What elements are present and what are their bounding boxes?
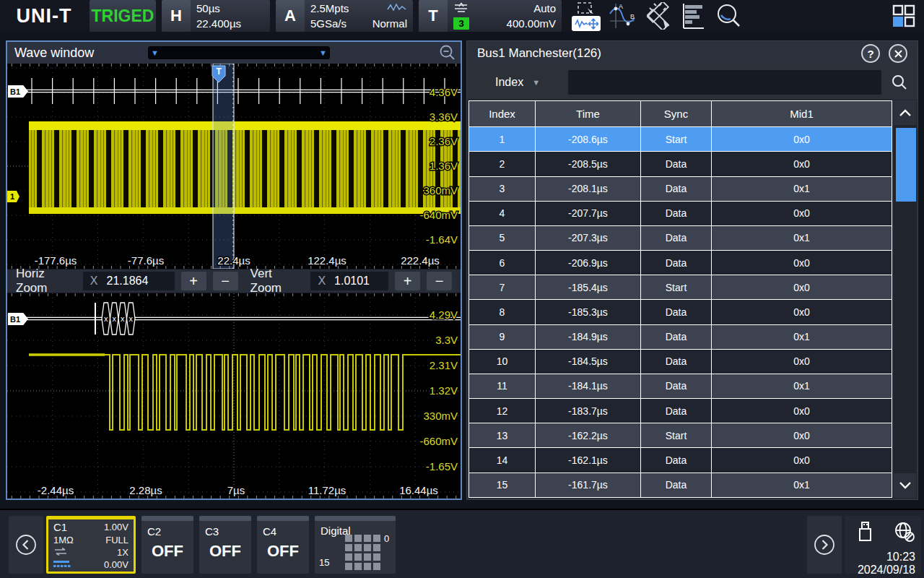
decode-bubble: x: [102, 303, 110, 335]
waveform-minimap[interactable]: ▼ ▼: [148, 46, 330, 59]
ab-cursor-icon[interactable]: A B: [609, 2, 636, 30]
column-header: Index: [469, 101, 536, 127]
channel3-card[interactable]: C3 OFF: [199, 516, 251, 574]
t-label: 2.28µs: [129, 484, 162, 496]
minimap-right-marker-icon[interactable]: ▼: [319, 49, 327, 56]
table-cell: -185.3µs: [536, 300, 641, 324]
close-icon[interactable]: [889, 44, 907, 63]
trigger-settings-button[interactable]: T 3 Auto 400.00mV: [419, 0, 562, 32]
help-icon[interactable]: ?: [861, 44, 880, 63]
card-strip: [315, 516, 396, 521]
filter-dropdown[interactable]: Index ▼: [471, 76, 564, 89]
trigger-flag[interactable]: T: [217, 66, 222, 77]
scroll-down-button[interactable]: [894, 473, 916, 498]
oscilloscope-screen: UNI-T TRIGED H 50µs 22.400µs A 2.5Mpts 5…: [0, 0, 924, 578]
window-layout-button[interactable]: [889, 1, 918, 30]
table-cell: 14: [469, 448, 536, 473]
acquire-mode-value: Normal: [360, 17, 407, 30]
horiz-zoom-plus-button[interactable]: +: [181, 272, 206, 290]
channel4-card[interactable]: C4 OFF: [257, 516, 309, 574]
vert-zoom-value: 1.0101: [334, 275, 370, 288]
decode-bubble: x: [110, 303, 119, 335]
vert-zoom-plus-button[interactable]: +: [395, 272, 420, 290]
horizontal-settings-button[interactable]: H 50µs 22.400µs: [162, 0, 270, 32]
zoom-waveform-display[interactable]: xxxx4.29V3.3V2.31V1.32V330mV-660mV-1.65V…: [7, 293, 461, 499]
system-time: 10:23: [850, 551, 915, 564]
table-cell: 12: [469, 399, 536, 423]
table-scrollbar[interactable]: [894, 100, 916, 498]
table-cell: 0x0: [712, 399, 892, 423]
table-row[interactable]: 4-207.7µsData0x0: [469, 201, 892, 225]
search-input[interactable]: [568, 70, 881, 95]
table-row[interactable]: 6-206.9µsData0x0: [469, 251, 892, 275]
scroll-channels-left-button[interactable]: [9, 516, 43, 574]
table-cell: Data: [641, 324, 712, 349]
scroll-up-button[interactable]: [894, 100, 916, 125]
horiz-zoom-minus-button[interactable]: −: [213, 272, 238, 290]
search-icon[interactable]: [886, 70, 913, 95]
vert-zoom-minus-button[interactable]: −: [427, 272, 452, 290]
region-select-icon[interactable]: [572, 1, 601, 16]
table-cell: -184.1µs: [536, 374, 641, 398]
main-waveform-area[interactable]: T4.36V3.36V2.36V1.36V360mV-640mV-1.64V-1…: [7, 64, 461, 269]
cursor-wave-drag-toggle[interactable]: [572, 0, 601, 32]
brand-logo: UNI-T: [0, 0, 88, 32]
digital-card[interactable]: Digital 0 15: [315, 516, 396, 574]
table-cell: 0x0: [712, 423, 892, 448]
table-row[interactable]: 8-185.3µsData0x0: [469, 300, 892, 324]
table-cell: -207.7µs: [536, 201, 641, 225]
scrollbar-thumb[interactable]: [896, 128, 916, 202]
c1-scale: 1.00V: [104, 522, 128, 532]
zoom-waveform-area[interactable]: xxxx4.29V3.3V2.31V1.32V330mV-660mV-1.65V…: [7, 293, 461, 499]
channel1-card[interactable]: C11.00V 1MΩFULL 1X 0.00V: [46, 516, 136, 574]
table-cell: 0x0: [712, 275, 892, 300]
main-waveform-display[interactable]: T4.36V3.36V2.36V1.36V360mV-640mV-1.64V-1…: [7, 64, 461, 269]
table-row[interactable]: 5-207.3µsData0x1: [469, 225, 892, 250]
table-row[interactable]: 11-184.1µsData0x1: [469, 374, 892, 398]
bus-panel-title: Bus1 Manchester(126): [477, 46, 601, 61]
table-row[interactable]: 15-161.7µsData0x1: [469, 473, 892, 497]
table-row[interactable]: 9-184.9µsData0x1: [469, 324, 892, 349]
wave-window-header: Wave window ▼ ▼: [7, 42, 461, 64]
horiz-zoom-input[interactable]: X 21.1864: [83, 272, 175, 290]
bus-table-body: IndexTimeSyncMid11-208.6µsStart0x02-208.…: [467, 99, 918, 499]
table-cell: -162.1µs: [536, 448, 641, 473]
search-zoom-icon[interactable]: [715, 2, 742, 30]
table-row[interactable]: 13-162.2µsStart0x0: [469, 423, 892, 448]
v-label: 2.31V: [430, 359, 458, 371]
table-cell: 2: [469, 152, 536, 176]
table-cell: Data: [641, 300, 712, 324]
table-cell: 3: [469, 176, 536, 201]
measure-rulers-icon[interactable]: [644, 2, 671, 30]
table-cell: 0x0: [712, 127, 892, 152]
trigger-key: T: [419, 0, 448, 32]
zoom-out-icon[interactable]: [439, 44, 456, 61]
acquire-settings-button[interactable]: A 2.5Mpts 5GSa/s Normal: [276, 0, 413, 32]
table-cell: Start: [641, 127, 712, 152]
v-label: -660mV: [419, 435, 458, 447]
wave-move-icon[interactable]: [572, 16, 601, 31]
table-cell: 11: [469, 374, 536, 398]
table-cell: -184.9µs: [536, 324, 641, 349]
trigger-type-icon: [453, 2, 469, 17]
table-row[interactable]: 7-185.4µsStart0x0: [469, 275, 892, 300]
system-status-block[interactable]: 10:23 2024/09/18: [845, 516, 921, 574]
table-row[interactable]: 10-184.5µsData0x0: [469, 349, 892, 374]
digital-bit-cell: [354, 544, 362, 551]
table-row[interactable]: 2-208.5µsData0x0: [469, 152, 892, 176]
table-row[interactable]: 3-208.1µsData0x1: [469, 176, 892, 201]
table-cell: Data: [641, 399, 712, 423]
table-row[interactable]: 1-208.6µsStart0x0: [469, 127, 892, 152]
table-cell: Start: [641, 275, 712, 300]
trigger-source-badge: 3: [453, 17, 469, 30]
trigger-level-value: 400.00mV: [475, 17, 556, 30]
table-cell: -184.5µs: [536, 349, 641, 374]
vert-zoom-input[interactable]: X 1.0101: [310, 272, 388, 290]
channel2-card[interactable]: C2 OFF: [141, 516, 193, 574]
scroll-channels-right-button[interactable]: [807, 516, 842, 574]
minimap-left-marker-icon[interactable]: ▼: [151, 49, 159, 56]
acquire-key: A: [276, 0, 305, 32]
table-row[interactable]: 12-183.7µsData0x0: [469, 399, 892, 423]
histogram-icon[interactable]: [679, 2, 707, 30]
table-row[interactable]: 14-162.1µsData0x0: [469, 448, 892, 473]
